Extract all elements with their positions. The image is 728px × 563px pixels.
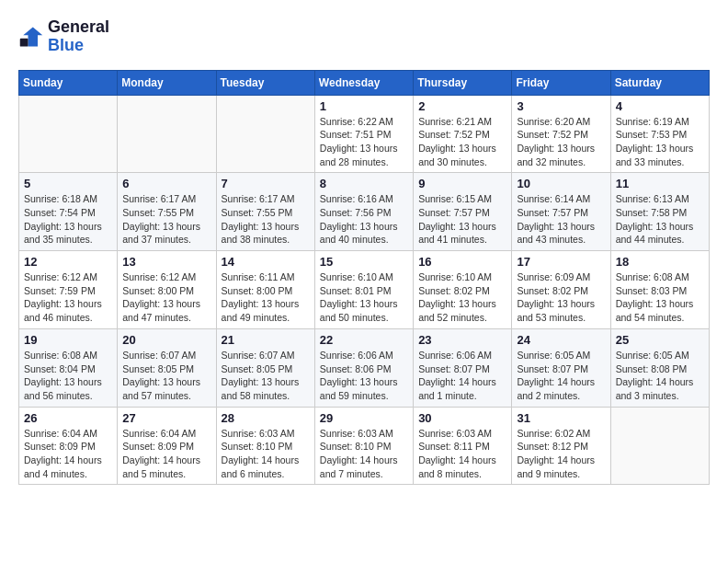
day-number: 10 bbox=[517, 177, 605, 190]
day-cell-19: 19Sunrise: 6:08 AM Sunset: 8:04 PM Dayli… bbox=[19, 328, 118, 407]
empty-cell bbox=[610, 407, 709, 485]
empty-cell bbox=[118, 95, 216, 173]
day-number: 17 bbox=[517, 255, 605, 269]
day-cell-7: 7Sunrise: 6:17 AM Sunset: 7:55 PM Daylig… bbox=[216, 173, 314, 251]
day-number: 15 bbox=[320, 255, 408, 269]
day-cell-23: 23Sunrise: 6:06 AM Sunset: 8:07 PM Dayli… bbox=[414, 328, 512, 407]
day-cell-11: 11Sunrise: 6:13 AM Sunset: 7:58 PM Dayli… bbox=[610, 173, 709, 251]
day-number: 23 bbox=[418, 333, 506, 347]
logo-text-line1: General bbox=[48, 18, 109, 37]
day-info: Sunrise: 6:19 AM Sunset: 7:53 PM Dayligh… bbox=[616, 115, 704, 169]
day-info: Sunrise: 6:17 AM Sunset: 7:55 PM Dayligh… bbox=[122, 192, 210, 247]
day-cell-30: 30Sunrise: 6:03 AM Sunset: 8:11 PM Dayli… bbox=[414, 407, 512, 485]
day-number: 31 bbox=[517, 411, 605, 425]
day-number: 6 bbox=[122, 177, 210, 190]
day-number: 2 bbox=[418, 99, 506, 113]
day-cell-1: 1Sunrise: 6:22 AM Sunset: 7:51 PM Daylig… bbox=[314, 95, 413, 173]
week-row-4: 19Sunrise: 6:08 AM Sunset: 8:04 PM Dayli… bbox=[19, 328, 710, 407]
day-cell-31: 31Sunrise: 6:02 AM Sunset: 8:12 PM Dayli… bbox=[512, 407, 610, 485]
day-cell-21: 21Sunrise: 6:07 AM Sunset: 8:05 PM Dayli… bbox=[216, 328, 314, 407]
day-info: Sunrise: 6:06 AM Sunset: 8:06 PM Dayligh… bbox=[320, 349, 408, 403]
day-number: 27 bbox=[122, 411, 210, 425]
column-header-monday: Monday bbox=[118, 70, 216, 95]
day-cell-15: 15Sunrise: 6:10 AM Sunset: 8:01 PM Dayli… bbox=[314, 251, 413, 329]
day-number: 13 bbox=[122, 255, 210, 269]
column-header-tuesday: Tuesday bbox=[216, 70, 314, 95]
day-info: Sunrise: 6:12 AM Sunset: 8:00 PM Dayligh… bbox=[122, 270, 210, 325]
day-info: Sunrise: 6:21 AM Sunset: 7:52 PM Dayligh… bbox=[418, 115, 506, 169]
day-number: 30 bbox=[418, 411, 506, 425]
day-number: 29 bbox=[320, 411, 408, 425]
day-cell-22: 22Sunrise: 6:06 AM Sunset: 8:06 PM Dayli… bbox=[314, 328, 413, 407]
day-info: Sunrise: 6:04 AM Sunset: 8:09 PM Dayligh… bbox=[122, 427, 210, 481]
day-info: Sunrise: 6:05 AM Sunset: 8:08 PM Dayligh… bbox=[616, 349, 704, 403]
day-info: Sunrise: 6:06 AM Sunset: 8:07 PM Dayligh… bbox=[418, 349, 506, 403]
day-cell-12: 12Sunrise: 6:12 AM Sunset: 7:59 PM Dayli… bbox=[19, 251, 118, 329]
day-number: 1 bbox=[320, 99, 408, 113]
day-info: Sunrise: 6:04 AM Sunset: 8:09 PM Dayligh… bbox=[24, 427, 112, 481]
day-number: 22 bbox=[320, 333, 408, 347]
day-number: 18 bbox=[616, 255, 704, 269]
day-cell-27: 27Sunrise: 6:04 AM Sunset: 8:09 PM Dayli… bbox=[118, 407, 216, 485]
day-info: Sunrise: 6:20 AM Sunset: 7:52 PM Dayligh… bbox=[517, 115, 605, 169]
day-cell-2: 2Sunrise: 6:21 AM Sunset: 7:52 PM Daylig… bbox=[414, 95, 512, 173]
day-cell-6: 6Sunrise: 6:17 AM Sunset: 7:55 PM Daylig… bbox=[118, 173, 216, 251]
logo-icon bbox=[18, 24, 44, 50]
day-cell-5: 5Sunrise: 6:18 AM Sunset: 7:54 PM Daylig… bbox=[19, 173, 118, 251]
column-header-wednesday: Wednesday bbox=[314, 70, 413, 95]
day-number: 14 bbox=[222, 255, 310, 269]
column-header-friday: Friday bbox=[512, 70, 610, 95]
day-cell-26: 26Sunrise: 6:04 AM Sunset: 8:09 PM Dayli… bbox=[19, 407, 118, 485]
day-cell-28: 28Sunrise: 6:03 AM Sunset: 8:10 PM Dayli… bbox=[216, 407, 314, 485]
day-info: Sunrise: 6:22 AM Sunset: 7:51 PM Dayligh… bbox=[320, 115, 408, 169]
day-cell-25: 25Sunrise: 6:05 AM Sunset: 8:08 PM Dayli… bbox=[610, 328, 709, 407]
day-info: Sunrise: 6:05 AM Sunset: 8:07 PM Dayligh… bbox=[517, 349, 605, 403]
day-cell-10: 10Sunrise: 6:14 AM Sunset: 7:57 PM Dayli… bbox=[512, 173, 610, 251]
svg-rect-2 bbox=[20, 39, 28, 47]
day-info: Sunrise: 6:11 AM Sunset: 8:00 PM Dayligh… bbox=[222, 270, 310, 325]
day-info: Sunrise: 6:07 AM Sunset: 8:05 PM Dayligh… bbox=[222, 349, 310, 403]
column-header-sunday: Sunday bbox=[19, 70, 118, 95]
day-info: Sunrise: 6:02 AM Sunset: 8:12 PM Dayligh… bbox=[517, 427, 605, 481]
day-number: 16 bbox=[418, 255, 506, 269]
day-cell-13: 13Sunrise: 6:12 AM Sunset: 8:00 PM Dayli… bbox=[118, 251, 216, 329]
week-row-3: 12Sunrise: 6:12 AM Sunset: 7:59 PM Dayli… bbox=[19, 251, 710, 329]
day-cell-17: 17Sunrise: 6:09 AM Sunset: 8:02 PM Dayli… bbox=[512, 251, 610, 329]
day-info: Sunrise: 6:09 AM Sunset: 8:02 PM Dayligh… bbox=[517, 270, 605, 325]
day-info: Sunrise: 6:18 AM Sunset: 7:54 PM Dayligh… bbox=[24, 192, 112, 247]
day-cell-18: 18Sunrise: 6:08 AM Sunset: 8:03 PM Dayli… bbox=[610, 251, 709, 329]
day-cell-16: 16Sunrise: 6:10 AM Sunset: 8:02 PM Dayli… bbox=[414, 251, 512, 329]
day-number: 7 bbox=[222, 177, 310, 190]
day-info: Sunrise: 6:08 AM Sunset: 8:04 PM Dayligh… bbox=[24, 349, 112, 403]
column-header-thursday: Thursday bbox=[414, 70, 512, 95]
column-header-saturday: Saturday bbox=[610, 70, 709, 95]
day-info: Sunrise: 6:10 AM Sunset: 8:02 PM Dayligh… bbox=[418, 270, 506, 325]
empty-cell bbox=[216, 95, 314, 173]
day-info: Sunrise: 6:07 AM Sunset: 8:05 PM Dayligh… bbox=[122, 349, 210, 403]
calendar-table: SundayMondayTuesdayWednesdayThursdayFrid… bbox=[18, 70, 710, 486]
day-number: 11 bbox=[616, 177, 704, 190]
day-info: Sunrise: 6:16 AM Sunset: 7:56 PM Dayligh… bbox=[320, 192, 408, 247]
day-number: 25 bbox=[616, 333, 704, 347]
day-info: Sunrise: 6:14 AM Sunset: 7:57 PM Dayligh… bbox=[517, 192, 605, 247]
day-cell-14: 14Sunrise: 6:11 AM Sunset: 8:00 PM Dayli… bbox=[216, 251, 314, 329]
week-row-2: 5Sunrise: 6:18 AM Sunset: 7:54 PM Daylig… bbox=[19, 173, 710, 251]
day-info: Sunrise: 6:17 AM Sunset: 7:55 PM Dayligh… bbox=[222, 192, 310, 247]
day-number: 19 bbox=[24, 333, 112, 347]
day-number: 5 bbox=[24, 177, 112, 190]
day-info: Sunrise: 6:12 AM Sunset: 7:59 PM Dayligh… bbox=[24, 270, 112, 325]
logo: General Blue bbox=[18, 18, 109, 55]
day-info: Sunrise: 6:03 AM Sunset: 8:10 PM Dayligh… bbox=[222, 427, 310, 481]
day-info: Sunrise: 6:03 AM Sunset: 8:10 PM Dayligh… bbox=[320, 427, 408, 481]
week-row-1: 1Sunrise: 6:22 AM Sunset: 7:51 PM Daylig… bbox=[19, 95, 710, 173]
day-number: 3 bbox=[517, 99, 605, 113]
day-info: Sunrise: 6:15 AM Sunset: 7:57 PM Dayligh… bbox=[418, 192, 506, 247]
day-cell-24: 24Sunrise: 6:05 AM Sunset: 8:07 PM Dayli… bbox=[512, 328, 610, 407]
day-number: 12 bbox=[24, 255, 112, 269]
day-number: 4 bbox=[616, 99, 704, 113]
day-number: 9 bbox=[418, 177, 506, 190]
logo-text-line2: Blue bbox=[48, 37, 109, 55]
day-cell-4: 4Sunrise: 6:19 AM Sunset: 7:53 PM Daylig… bbox=[610, 95, 709, 173]
day-number: 8 bbox=[320, 177, 408, 190]
empty-cell bbox=[19, 95, 118, 173]
